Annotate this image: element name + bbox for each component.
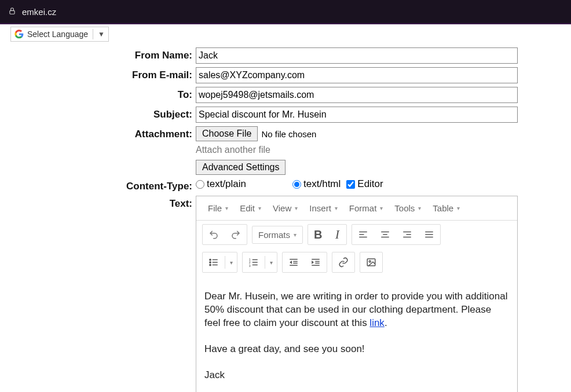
align-center-button[interactable] [374,225,396,244]
menu-file[interactable]: File▾ [202,200,234,217]
content-type-plain-option[interactable]: text/plain [196,178,246,190]
attachment-label: Attachment: [17,126,196,140]
body-para-1a: Dear Mr. Husein, we are writing in order… [204,291,507,328]
indent-button[interactable] [305,252,327,272]
from-name-label: From Name: [17,47,196,61]
svg-marker-34 [312,261,314,264]
bullet-list-dropdown[interactable]: ▾ [225,252,237,272]
svg-marker-29 [290,261,292,264]
choose-file-button[interactable]: Choose File [196,126,258,141]
editor-content-area[interactable]: Dear Mr. Husein, we are writing in order… [196,276,517,392]
subject-input[interactable] [196,107,518,123]
bullet-list-button[interactable] [203,252,225,272]
menu-table[interactable]: Table▾ [427,200,466,217]
language-bar: Select Language ▼ [0,24,571,44]
svg-point-14 [210,262,211,263]
svg-point-15 [210,264,211,265]
editor-menubar: File▾ Edit▾ View▾ Insert▾ Format▾ Tools▾… [196,196,517,221]
menu-tools[interactable]: Tools▾ [389,200,427,217]
from-email-label: From E-mail: [17,67,196,81]
url-host: emkei.cz [22,7,56,17]
no-file-chosen-text: No file chosen [261,129,316,139]
subject-label: Subject: [17,107,196,120]
menu-format[interactable]: Format▾ [343,200,389,217]
from-name-input[interactable] [196,47,518,64]
browser-url-bar: emkei.cz [0,0,571,24]
select-language-label: Select Language [27,30,88,39]
content-type-html-radio[interactable] [292,180,301,189]
google-icon [14,30,24,39]
svg-point-36 [369,261,371,262]
body-signature: Jack [204,369,509,382]
align-justify-button[interactable] [418,225,440,244]
outdent-button[interactable] [283,252,305,272]
advanced-settings-button[interactable]: Advanced Settings [196,160,286,175]
bold-button[interactable]: B [308,225,328,244]
insert-link-button[interactable] [332,252,354,272]
editor-checkbox-option[interactable]: Editor [346,178,383,190]
lang-divider [93,29,93,39]
content-type-plain-radio[interactable] [196,180,204,189]
body-para-1b: . [385,317,387,328]
rich-text-editor: File▾ Edit▾ View▾ Insert▾ Format▾ Tools▾… [196,196,518,392]
svg-point-13 [210,259,211,260]
to-input[interactable] [196,87,518,103]
formats-dropdown[interactable]: Formats▾ [252,226,302,243]
lock-icon [8,7,16,17]
body-para-2: Have a great day, and see you soon! [204,343,509,356]
text-label: Text: [17,196,196,210]
body-link[interactable]: link [369,317,385,328]
content-type-html-option[interactable]: text/html [292,178,341,190]
editor-toolbar-row-1: Formats▾ B I [196,221,517,248]
svg-text:3: 3 [249,264,251,268]
editor-toolbar-row-2: ▾ 123 ▾ [196,248,517,276]
content-type-label: Content-Type: [17,178,196,192]
editor-checkbox[interactable] [346,180,355,189]
menu-insert[interactable]: Insert▾ [303,200,343,217]
numbered-list-button[interactable]: 123 [243,252,265,272]
menu-edit[interactable]: Edit▾ [234,200,267,217]
chevron-down-icon: ▼ [98,30,105,38]
numbered-list-dropdown[interactable]: ▾ [265,252,277,272]
to-label: To: [17,87,196,101]
svg-rect-0 [10,10,14,14]
menu-view[interactable]: View▾ [267,200,303,217]
insert-image-button[interactable] [360,252,382,272]
align-left-button[interactable] [352,225,374,244]
attach-another-file-link[interactable]: Attach another file [196,145,270,155]
italic-button[interactable]: I [328,225,346,244]
select-language-dropdown[interactable]: Select Language ▼ [10,27,109,42]
redo-button[interactable] [225,225,247,244]
align-right-button[interactable] [396,225,418,244]
undo-button[interactable] [203,225,225,244]
from-email-input[interactable] [196,67,518,83]
